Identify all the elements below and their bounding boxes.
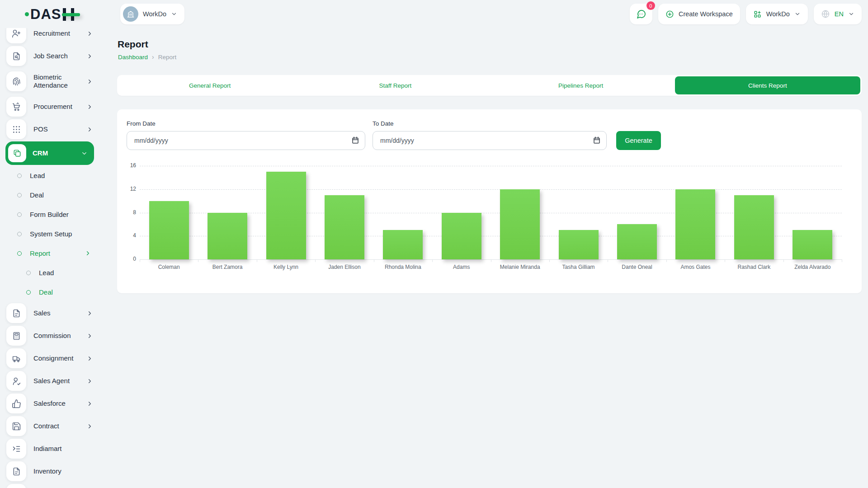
sidebar-item-label: System Setup [30, 230, 91, 238]
chart-x-tick [549, 259, 550, 262]
chart-x-tick [725, 259, 725, 262]
sidebar-item-job-search[interactable]: Job Search [0, 45, 99, 67]
bullet-circle-icon [17, 251, 22, 256]
tab-pipelines-report[interactable]: Pipelines Report [488, 75, 674, 96]
bullet-circle-icon [26, 271, 31, 275]
chevron-right-icon [86, 53, 93, 60]
chart-x-tick [432, 259, 433, 262]
sidebar-subitem-deal[interactable]: Deal [0, 282, 99, 302]
sidebar-item-label: CRM [33, 149, 81, 157]
sidebar-item-inventory[interactable]: Inventory [0, 460, 99, 483]
sidebar-item-label: Contract [33, 422, 86, 430]
breadcrumb-dashboard-link[interactable]: Dashboard [118, 54, 148, 61]
chevron-right-icon [86, 78, 93, 85]
tab-clients-report[interactable]: Clients Report [675, 76, 860, 94]
chart-y-tick-label: 12 [120, 186, 136, 192]
bullet-circle-icon [17, 212, 22, 217]
chart-x-tick [374, 259, 374, 262]
chevron-right-icon [86, 355, 93, 362]
commission-icon [6, 326, 26, 346]
indiamart-icon [6, 439, 26, 459]
biometric-attendance-icon [6, 71, 26, 91]
sidebar-item-consignment[interactable]: Consignment [0, 347, 99, 370]
sidebar-item-crm[interactable]: CRM [5, 141, 94, 165]
messages-button[interactable]: 0 [630, 4, 652, 24]
recruitment-icon [6, 28, 26, 43]
bullet-circle-icon [17, 174, 22, 178]
chart-bar-rhonda-molina[interactable] [383, 230, 423, 259]
sidebar-item-recruitment[interactable]: Recruitment [0, 28, 99, 45]
sidebar-item-label: Procurement [33, 103, 86, 111]
sidebar-item-system-setup[interactable]: System Setup [0, 224, 99, 244]
chart-bar-melanie-miranda[interactable] [500, 189, 540, 259]
inventory-icon [6, 461, 26, 481]
chart-bar-rashad-clark[interactable] [734, 195, 774, 259]
breadcrumb-current: Report [158, 54, 177, 61]
chart-bar-zelda-alvarado[interactable] [793, 230, 832, 259]
sidebar-item-sales[interactable]: Sales [0, 302, 99, 324]
chart-x-category-label: Tasha Gilliam [549, 264, 608, 270]
chevron-right-icon [86, 103, 93, 110]
job-search-icon [6, 46, 26, 66]
chart-bar-bert-zamora[interactable] [208, 213, 247, 260]
sidebar-item-form-builder[interactable]: Form Builder [0, 205, 99, 224]
create-workspace-button[interactable]: Create Workspace [658, 4, 740, 24]
sales-agent-icon [6, 371, 26, 391]
sidebar-item-pos[interactable]: POS [0, 118, 99, 141]
pos-icon [6, 119, 26, 139]
bullet-circle-icon [17, 232, 22, 236]
sidebar-subitem-lead[interactable]: Lead [0, 263, 99, 282]
chart-x-tick [198, 259, 198, 262]
sidebar-item-lead[interactable]: Lead [0, 166, 99, 185]
chart-y-tick-label: 16 [120, 162, 136, 169]
account-dropdown[interactable]: WorkDo [746, 4, 808, 24]
chart-bar-amos-gates[interactable] [675, 189, 715, 259]
sidebar-item-report[interactable]: Report [0, 244, 99, 263]
tab-general-report[interactable]: General Report [117, 75, 302, 96]
salesforce-icon [6, 394, 26, 413]
chart-x-tick [315, 259, 316, 262]
chart-y-tick-label: 0 [120, 256, 136, 262]
chart-x-category-label: Coleman [140, 264, 198, 270]
chart-bar-coleman[interactable] [149, 201, 189, 259]
consignment-icon [6, 348, 26, 368]
chart-bar-kelly-lynn[interactable] [266, 172, 306, 259]
chart-x-category-label: Jaden Ellison [315, 264, 373, 270]
chart-x-tick [666, 259, 667, 262]
chart-bar-tasha-gilliam[interactable] [559, 230, 599, 259]
sidebar-item-biometric-attendance[interactable]: Biometric Attendance [0, 67, 99, 95]
sidebar: RecruitmentJob SearchBiometric Attendanc… [0, 0, 99, 488]
sidebar-item-sales-agent[interactable]: Sales Agent [0, 370, 99, 392]
chart-bar-dante-oneal[interactable] [617, 224, 657, 259]
sidebar-item-label: Report [30, 249, 85, 257]
chart-bar-adams[interactable] [442, 213, 481, 260]
chart-x-category-label: Bert Zamora [198, 264, 256, 270]
sidebar-item-label: Lead [30, 172, 91, 179]
sidebar-item-item[interactable] [0, 483, 99, 488]
chart-bar-jaden-ellison[interactable] [325, 195, 364, 259]
sidebar-item-deal[interactable]: Deal [0, 185, 99, 205]
tab-staff-report[interactable]: Staff Report [302, 75, 488, 96]
globe-icon [821, 9, 830, 19]
chart-x-tick [783, 259, 784, 262]
chevron-right-icon [86, 400, 93, 407]
chart-x-category-label: Amos Gates [666, 264, 725, 270]
sidebar-item-label: Deal [30, 191, 91, 199]
chat-icon [636, 9, 646, 19]
sidebar-item-label: Job Search [33, 52, 86, 60]
chart-x-category-label: Rashad Clark [725, 264, 783, 270]
workspace-switcher[interactable]: WorkDo [120, 4, 184, 24]
sidebar-item-label: Deal [39, 288, 91, 296]
breadcrumb: Dashboard › Report [118, 53, 176, 61]
chevron-right-icon [85, 250, 91, 257]
sidebar-item-label: Form Builder [30, 211, 91, 218]
language-selector[interactable]: EN [814, 4, 862, 24]
sidebar-item-commission[interactable]: Commission [0, 324, 99, 347]
workspace-name: WorkDo [143, 10, 166, 18]
sidebar-item-procurement[interactable]: Procurement [0, 95, 99, 118]
sidebar-item-salesforce[interactable]: Salesforce [0, 392, 99, 415]
sidebar-item-indiamart[interactable]: Indiamart [0, 437, 99, 460]
report-tabs: General ReportStaff ReportPipelines Repo… [117, 75, 862, 96]
crm-icon [8, 144, 26, 162]
sidebar-item-contract[interactable]: Contract [0, 415, 99, 437]
